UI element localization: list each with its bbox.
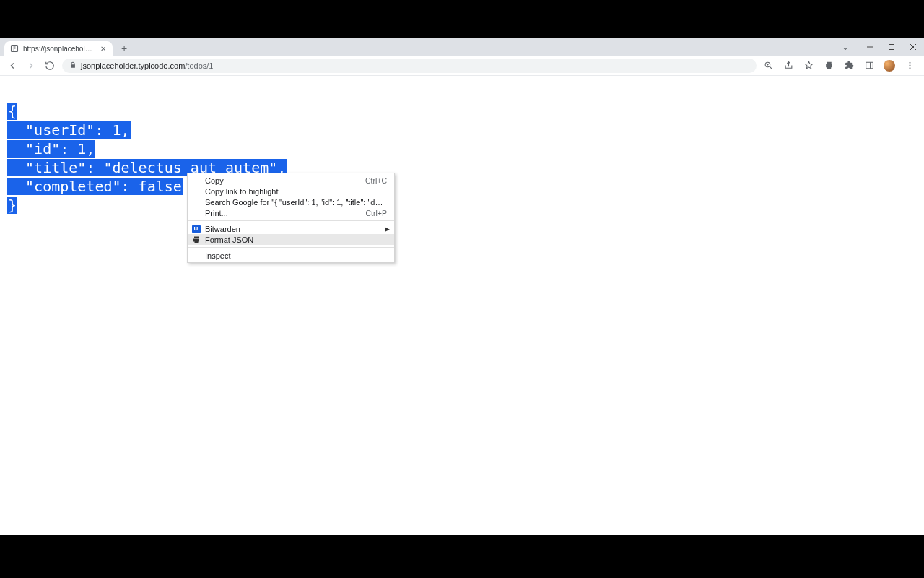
ctx-label: Search Google for "{ "userId": 1, "id": … [205,198,387,207]
json-response[interactable]: { "userId": 1, "id": 1, "title": "delect… [7,83,917,233]
zoom-icon[interactable] [762,60,774,72]
svg-point-4 [909,65,910,66]
svg-point-3 [909,62,910,64]
tab-title: https://jsonplaceholder.typicode [23,45,95,53]
ctx-search-google[interactable]: Search Google for "{ "userId": 1, "id": … [188,197,394,207]
svg-point-5 [909,67,910,69]
json-line: "userId": 1, [7,121,131,139]
new-tab-button[interactable]: + [117,41,131,56]
tab-strip: https://jsonplaceholder.typicode ✕ + [0,38,924,56]
browser-window: https://jsonplaceholder.typicode ✕ + jso… [0,38,924,535]
maximize-button[interactable] [881,38,902,56]
window-controls: ⌄ [834,38,924,56]
svg-rect-6 [889,45,894,50]
json-line: { [7,103,17,120]
share-icon[interactable] [783,60,794,72]
url-text: jsonplaceholder.typicode.com/todos/1 [81,61,749,70]
tab-close-icon[interactable]: ✕ [100,45,107,52]
ctx-label: Inspect [205,251,387,260]
json-line: } [7,197,17,214]
context-menu: Copy Ctrl+C Copy link to highlight Searc… [187,173,395,263]
json-line: "completed": false [7,178,183,195]
tab-search-icon[interactable]: ⌄ [834,38,856,56]
json-line: "id": 1, [7,140,95,158]
ctx-label: Copy [205,176,365,185]
ctx-separator [188,247,394,248]
sidepanel-icon[interactable] [863,60,875,72]
ctx-copy-link-highlight[interactable]: Copy link to highlight [188,186,394,197]
ctx-format-json[interactable]: Format JSON [188,234,394,245]
extensions-icon[interactable] [843,60,855,72]
url-path: /todos/1 [185,61,213,70]
ctx-separator [188,220,394,221]
ctx-label: Print... [205,209,366,217]
ctx-label: Format JSON [205,236,387,244]
page-content: { "userId": 1, "id": 1, "title": "delect… [0,76,924,535]
ctx-shortcut: Ctrl+P [366,209,387,217]
toolbar-right [762,60,918,72]
bitwarden-icon: U [191,224,201,233]
letterbox-top [0,0,924,38]
ctx-label: Copy link to highlight [205,187,387,196]
ctx-inspect[interactable]: Inspect [188,250,394,261]
address-bar: jsonplaceholder.typicode.com/todos/1 [0,56,924,76]
omnibox[interactable]: jsonplaceholder.typicode.com/todos/1 [62,59,757,73]
ctx-bitwarden[interactable]: U Bitwarden ▶ [188,223,394,234]
reload-button[interactable] [43,59,56,72]
format-json-icon [191,235,201,244]
back-button[interactable] [6,59,19,72]
print-icon[interactable] [823,60,834,72]
forward-button[interactable] [25,59,38,72]
browser-tab[interactable]: https://jsonplaceholder.typicode ✕ [4,41,113,56]
minimize-button[interactable] [859,38,881,56]
letterbox-bottom [0,535,924,578]
menu-icon[interactable] [904,60,915,72]
lock-icon [69,61,77,70]
url-host: jsonplaceholder.typicode.com [81,61,185,70]
ctx-copy[interactable]: Copy Ctrl+C [188,175,394,186]
svg-rect-2 [866,62,873,69]
submenu-arrow-icon: ▶ [385,225,390,233]
tab-favicon-icon [10,44,19,53]
ctx-shortcut: Ctrl+C [365,176,387,185]
close-window-button[interactable] [902,38,924,56]
ctx-label: Bitwarden [205,225,387,233]
ctx-print[interactable]: Print... Ctrl+P [188,207,394,218]
star-icon[interactable] [803,60,814,72]
profile-avatar[interactable] [884,60,895,72]
